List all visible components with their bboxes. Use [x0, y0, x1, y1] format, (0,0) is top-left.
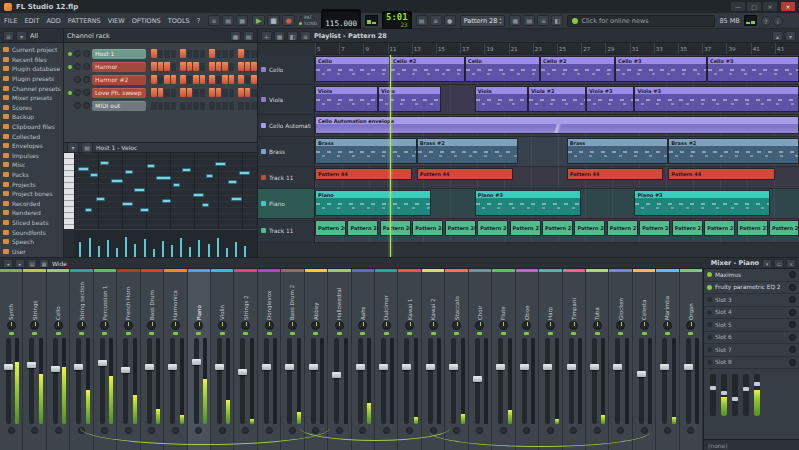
strip-mute-led[interactable]	[595, 332, 600, 335]
track-color-icon[interactable]	[261, 123, 266, 128]
channel-button[interactable]: Host 1	[92, 49, 146, 59]
fader-track[interactable]	[29, 338, 34, 424]
step-cell[interactable]	[151, 88, 157, 97]
step-cell[interactable]	[251, 88, 257, 97]
send-fader[interactable]	[721, 374, 727, 416]
step-cell[interactable]	[193, 75, 199, 84]
channel-volume-knob[interactable]	[83, 89, 90, 96]
fader-track[interactable]	[545, 338, 550, 424]
pattern-clip[interactable]: Brass	[315, 138, 417, 164]
step-cell[interactable]	[200, 88, 206, 97]
strip-mute-led[interactable]	[102, 332, 107, 335]
velocity-bar[interactable]	[244, 246, 246, 257]
playlist-toolbar-icon[interactable]: ≡	[300, 31, 311, 41]
midi-note[interactable]	[173, 183, 180, 187]
mixer-strip[interactable]: Dulcimer	[375, 269, 398, 450]
strip-mute-led[interactable]	[32, 332, 37, 335]
strip-mute-led[interactable]	[243, 332, 248, 335]
send-fader[interactable]	[710, 374, 716, 416]
step-cell[interactable]	[238, 62, 244, 71]
toolbar-icon[interactable]: ▦	[236, 15, 248, 26]
pan-knob[interactable]	[663, 321, 672, 330]
pattern-clip[interactable]: Pattern 28	[639, 220, 670, 236]
pattern-clip[interactable]: Viola #2	[528, 86, 586, 112]
step-cell[interactable]	[216, 88, 222, 97]
pattern-clip[interactable]: Brass #2	[668, 138, 799, 164]
fader-handle[interactable]	[637, 371, 646, 377]
step-cell[interactable]	[151, 75, 157, 84]
track-header[interactable]: Track 11	[258, 219, 315, 242]
pattern-clip[interactable]: Pattern 27	[542, 220, 573, 236]
mixer-strip[interactable]: Synth	[0, 269, 23, 450]
velocity-bar[interactable]	[98, 246, 100, 257]
track-header[interactable]: Brass	[258, 137, 315, 166]
pan-knob[interactable]	[382, 321, 391, 330]
fader-track[interactable]	[311, 338, 316, 424]
strip-mute-led[interactable]	[548, 332, 553, 335]
pan-knob[interactable]	[522, 321, 531, 330]
mixer-layout-label[interactable]: Wide	[52, 260, 67, 267]
fader-handle[interactable]	[121, 367, 130, 373]
step-cell[interactable]	[193, 62, 199, 71]
pan-knob[interactable]	[30, 321, 39, 330]
midi-note[interactable]	[140, 208, 149, 212]
strip-mute-led[interactable]	[56, 332, 61, 335]
browser-item[interactable]: Plugin database	[0, 64, 63, 74]
midi-note[interactable]	[162, 199, 171, 203]
fader-handle[interactable]	[473, 376, 482, 382]
strip-mute-led[interactable]	[642, 332, 647, 335]
transport-button[interactable]: ■	[267, 15, 280, 26]
strip-route-button[interactable]	[375, 424, 397, 436]
track-header[interactable]: Track 11	[258, 167, 315, 188]
browser-item[interactable]: Mixer presets	[0, 93, 63, 103]
playlist-toolbar-icon[interactable]: ◧	[287, 31, 298, 41]
pattern-clip[interactable]: Pattern 26	[412, 220, 443, 236]
midi-note[interactable]	[231, 197, 242, 201]
mixer-strip[interactable]: String section	[70, 269, 93, 450]
step-cell[interactable]	[216, 75, 222, 84]
pattern-clip[interactable]: Pattern 44	[417, 168, 514, 180]
fx-slot[interactable]: Slot 3	[704, 294, 799, 307]
step-cell[interactable]	[245, 88, 251, 97]
strip-route-button[interactable]	[234, 424, 256, 436]
fader-handle[interactable]	[51, 366, 60, 372]
channel-pan-knob[interactable]	[74, 89, 81, 96]
mixer-window-icon[interactable]: ▾	[762, 259, 772, 268]
velocity-bar[interactable]	[125, 237, 127, 257]
midi-note[interactable]	[156, 176, 171, 180]
browser-filter-label[interactable]: All	[30, 32, 38, 40]
mixer-strip[interactable]: Percussion 1	[94, 269, 117, 450]
send-fader-handle[interactable]	[721, 391, 727, 395]
step-cell[interactable]	[151, 62, 157, 71]
step-cell[interactable]	[171, 62, 177, 71]
channel-led[interactable]	[68, 91, 72, 95]
mixer-strip[interactable]: Donglevox	[258, 269, 281, 450]
step-cell[interactable]	[164, 62, 170, 71]
step-cell[interactable]	[245, 101, 251, 110]
fx-slot[interactable]: Slot 6	[704, 332, 799, 345]
strip-route-button[interactable]	[305, 424, 327, 436]
strip-mute-led[interactable]	[126, 332, 131, 335]
browser-item[interactable]: Plugin presets	[0, 74, 63, 84]
browser-item[interactable]: Project bones	[0, 189, 63, 199]
piano-keyboard[interactable]	[64, 153, 74, 229]
fx-mix-knob[interactable]	[789, 346, 796, 353]
pan-knob[interactable]	[124, 321, 133, 330]
fader-track[interactable]	[123, 338, 128, 424]
note-grid[interactable]	[74, 153, 257, 229]
midi-note[interactable]	[147, 164, 154, 168]
pattern-clip[interactable]: Viola	[378, 86, 441, 112]
fader-track[interactable]	[6, 338, 11, 424]
fader-handle[interactable]	[215, 364, 224, 370]
pattern-clip[interactable]: Pattern 28	[445, 220, 476, 236]
fx-mix-knob[interactable]	[789, 359, 796, 366]
pan-knob[interactable]	[452, 321, 461, 330]
strip-mute-led[interactable]	[571, 332, 576, 335]
transport-button[interactable]: ●	[282, 15, 295, 26]
pattern-clip[interactable]: Cello #2	[540, 56, 615, 82]
strip-route-button[interactable]	[141, 424, 163, 436]
step-cell[interactable]	[158, 101, 164, 110]
velocity-lane[interactable]	[74, 229, 257, 257]
strip-mute-led[interactable]	[173, 332, 178, 335]
strip-route-button[interactable]	[586, 424, 608, 436]
